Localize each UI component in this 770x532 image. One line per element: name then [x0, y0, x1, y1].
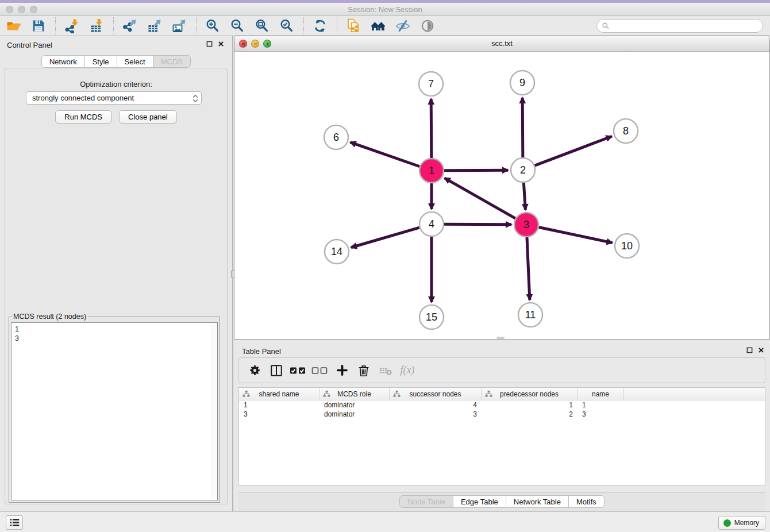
run-mcds-button[interactable]: Run MCDS — [55, 110, 111, 124]
edge-1-6[interactable] — [351, 142, 420, 167]
function-builder-icon: f(x) — [401, 364, 415, 376]
network-graph[interactable]: 1234678910111415 — [234, 52, 769, 340]
table-panel-float-icon[interactable] — [746, 347, 753, 353]
cell-r2-shared-name[interactable]: 3 — [239, 410, 319, 419]
mcds-result-textarea[interactable]: 13 — [11, 322, 218, 500]
edge-1-7[interactable] — [431, 99, 432, 158]
delete-columns-button[interactable] — [355, 362, 372, 379]
toolbar-separator — [337, 17, 337, 34]
control-panel-close-icon[interactable] — [218, 41, 224, 47]
edge-2-3[interactable] — [523, 183, 525, 210]
zoom-in-button[interactable] — [203, 17, 222, 35]
toggle-panes-button[interactable] — [268, 362, 285, 379]
edge-2-8[interactable] — [535, 136, 612, 165]
table-settings-button[interactable] — [246, 362, 263, 379]
node-11[interactable]: 11 — [518, 303, 542, 327]
criterion-select[interactable]: strongly connected component — [26, 91, 202, 105]
column-header-filler — [624, 388, 765, 400]
toggle-graphics-details-button[interactable] — [394, 17, 412, 35]
column-header-predecessor-nodes[interactable]: predecessor nodes — [482, 388, 578, 400]
close-panel-button[interactable]: Close panel — [119, 110, 177, 124]
table-panel-close-icon[interactable] — [758, 347, 764, 353]
open-folder-icon — [6, 18, 21, 33]
tab-edge-table[interactable]: Edge Table — [453, 495, 506, 508]
node-15[interactable]: 15 — [419, 305, 444, 329]
column-label: MCDS role — [337, 390, 371, 398]
memory-button[interactable]: Memory — [718, 516, 765, 530]
node-9[interactable]: 9 — [510, 71, 534, 95]
cell-r1-shared-name[interactable]: 1 — [239, 400, 319, 410]
toggle-birds-eye-view-button[interactable] — [418, 17, 437, 35]
zoom-selected-button[interactable] — [278, 17, 296, 35]
node-3[interactable]: 3 — [514, 213, 538, 237]
status-bar: Memory — [0, 511, 770, 532]
clone-network-button[interactable] — [344, 17, 363, 35]
apply-layout-button[interactable] — [311, 17, 329, 35]
tab-style[interactable]: Style — [84, 55, 117, 68]
edge-1-2[interactable] — [444, 170, 508, 171]
open-session-button[interactable] — [5, 17, 23, 35]
canvas-resize-handle[interactable] — [496, 337, 505, 339]
import-table-button[interactable] — [87, 17, 106, 35]
tab-node-table[interactable]: Node Table — [399, 495, 453, 508]
node-8[interactable]: 8 — [614, 119, 638, 143]
edge-4-3[interactable] — [444, 224, 511, 225]
tab-network-table[interactable]: Network Table — [506, 495, 569, 508]
cell-r2-name[interactable]: 3 — [578, 410, 624, 419]
node-10[interactable]: 10 — [615, 234, 639, 258]
cell-r2-MCDS-role[interactable]: dominator — [319, 410, 390, 419]
table-panel-header: Table Panel — [234, 342, 770, 359]
zoom-selected-icon — [279, 18, 294, 33]
node-1[interactable]: 1 — [419, 159, 444, 183]
cell-r1-MCDS-role[interactable]: dominator — [319, 400, 390, 410]
edge-3-11[interactable] — [527, 237, 530, 300]
column-header-shared-name[interactable]: shared name — [239, 388, 319, 400]
node-7[interactable]: 7 — [419, 72, 443, 96]
edge-3-10[interactable] — [539, 228, 613, 243]
search-box[interactable] — [596, 19, 763, 33]
zoom-out-button[interactable] — [228, 17, 247, 35]
column-header-successor-nodes[interactable]: successor nodes — [390, 388, 482, 400]
import-network-button[interactable] — [63, 17, 81, 35]
edge-2-9[interactable] — [522, 98, 523, 157]
export-network-button[interactable] — [121, 17, 139, 35]
edge-3-1[interactable] — [445, 178, 515, 218]
zoom-fit-button[interactable] — [253, 17, 271, 35]
export-table-button[interactable] — [145, 17, 164, 35]
tab-motifs[interactable]: Motifs — [568, 495, 605, 508]
save-session-button[interactable] — [29, 17, 48, 35]
cell-r2-predecessor-nodes[interactable]: 2 — [482, 410, 578, 419]
network-frame-titlebar: scc.txt — [234, 36, 769, 52]
cell-r1-successor-nodes[interactable]: 4 — [390, 400, 482, 410]
edge-4-14[interactable] — [351, 228, 419, 248]
cell-r2-successor-nodes[interactable]: 3 — [390, 410, 482, 419]
tab-mcds[interactable]: MCDS — [153, 55, 191, 68]
trash-icon — [357, 364, 371, 377]
result-scrollbar[interactable] — [211, 323, 217, 499]
table-panel: Table Panel f(x) shared nameMCDS rolesuc… — [234, 342, 770, 511]
node-6[interactable]: 6 — [324, 125, 348, 149]
cell-r1-name[interactable]: 1 — [578, 400, 624, 410]
tab-network[interactable]: Network — [41, 55, 85, 68]
node-4[interactable]: 4 — [419, 212, 444, 236]
column-header-name[interactable]: name — [578, 388, 624, 400]
eye-slash-icon — [395, 18, 410, 33]
create-column-button[interactable] — [333, 362, 351, 379]
cell-r1-predecessor-nodes[interactable]: 1 — [482, 400, 578, 410]
export-image-button[interactable] — [170, 17, 188, 35]
column-label: name — [592, 390, 609, 398]
hide-all-columns-button[interactable] — [311, 362, 329, 379]
control-panel-title: Control Panel — [7, 41, 52, 49]
first-neighbors-button[interactable] — [369, 17, 387, 35]
cell-filler — [624, 410, 765, 419]
column-header-MCDS-role[interactable]: MCDS role — [319, 388, 390, 400]
node-14[interactable]: 14 — [325, 240, 349, 264]
control-panel-float-icon[interactable] — [206, 41, 213, 47]
show-all-columns-button[interactable] — [290, 362, 307, 379]
network-canvas[interactable]: 1234678910111415 — [234, 52, 769, 340]
search-input[interactable] — [613, 21, 763, 31]
node-2[interactable]: 2 — [511, 158, 535, 182]
column-label: predecessor nodes — [500, 390, 559, 398]
tab-select[interactable]: Select — [117, 55, 153, 68]
task-history-button[interactable] — [6, 515, 23, 530]
